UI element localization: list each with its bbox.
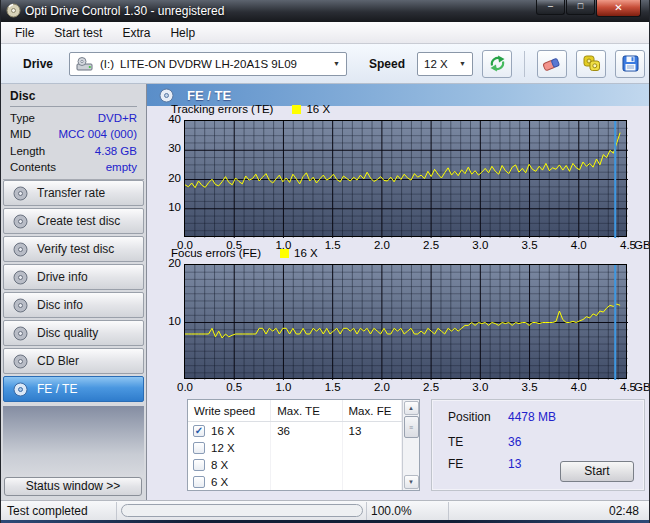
scroll-up-icon[interactable]: ▲	[404, 401, 419, 415]
elapsed-time: 02:48	[609, 504, 639, 518]
erase-disc-button[interactable]	[537, 50, 567, 78]
disc-icon	[13, 326, 28, 341]
result-label-fe: FE	[448, 457, 463, 471]
sidebar-item-label: CD Bler	[37, 354, 79, 368]
snapshot-button[interactable]	[576, 50, 606, 78]
x-axis-tick-label: 0.5	[226, 381, 242, 393]
sidebar-item-disc-quality[interactable]: Disc quality	[3, 320, 144, 346]
disc-icon	[13, 186, 28, 201]
sidebar-item-verify-test-disc[interactable]: Verify test disc	[3, 236, 144, 262]
menu-item-start-test[interactable]: Start test	[44, 24, 112, 42]
cell-write-speed: 8 X	[188, 456, 271, 473]
chart-title-label: Focus errors (FE)	[171, 247, 261, 259]
write-speed-table: Write speedMax. TEMax. FE✓16 X361312 X8 …	[187, 399, 420, 491]
cell-write-speed: 6 X	[188, 473, 271, 490]
scroll-down-icon[interactable]: ▼	[404, 475, 419, 489]
speed-checkbox[interactable]	[193, 459, 205, 471]
sidebar-item-label: Disc info	[37, 298, 83, 312]
sidebar-empty-area	[3, 406, 144, 475]
x-axis-tick-label: 3.5	[522, 239, 538, 251]
result-value-fe: 13	[508, 457, 521, 471]
disc-row-mid: MIDMCC 004 (000)	[10, 128, 137, 140]
disc-row-value: 4.38 GB	[95, 145, 137, 157]
refresh-button[interactable]	[482, 50, 512, 78]
x-axis-tick-label: 2.5	[423, 381, 439, 393]
speed-checkbox[interactable]: ✓	[193, 425, 205, 437]
drive-select[interactable]: (I:) LITE-ON DVDRW LH-20A1S 9L09 ▼	[69, 52, 347, 76]
x-axis-tick-label: 0.0	[177, 381, 193, 393]
toolbar: Drive (I:) LITE-ON DVDRW LH-20A1S 9L09 ▼…	[1, 44, 649, 84]
status-text: Test completed	[7, 504, 88, 518]
legend-speed-label: 16 X	[294, 247, 318, 259]
sidebar-item-disc-info[interactable]: Disc info	[3, 292, 144, 318]
menu-item-file[interactable]: File	[5, 24, 44, 42]
scrollbar-thumb[interactable]: ≡	[404, 416, 419, 438]
disc-row-value: DVD+R	[98, 112, 137, 124]
save-icon	[621, 54, 640, 73]
speed-label: Speed	[369, 57, 405, 71]
maximize-button-icon[interactable]: □	[566, 0, 595, 15]
x-axis-tick-label: 4.0	[571, 239, 587, 251]
status-window-button[interactable]: Status window >>	[4, 477, 142, 496]
x-axis-tick-label: 4.0	[571, 381, 587, 393]
col-header-max-te: Max. TE	[271, 400, 342, 421]
x-axis-tick-label: 2.5	[423, 239, 439, 251]
title-bar[interactable]: Opti Drive Control 1.30 - unregistered –…	[1, 0, 649, 22]
x-axis-tick-label: 1.5	[325, 381, 341, 393]
series-line	[185, 304, 620, 338]
sidebar-item-transfer-rate[interactable]: Transfer rate	[3, 180, 144, 206]
disc-row-label: Length	[10, 145, 45, 157]
cell-max-fe	[343, 439, 402, 456]
cell-max-te: 36	[271, 422, 342, 439]
x-axis-tick-label: 3.0	[472, 239, 488, 251]
menu-item-help[interactable]: Help	[160, 24, 205, 42]
minimize-button-icon[interactable]: –	[536, 0, 565, 15]
start-button[interactable]: Start	[560, 461, 634, 482]
col-header-max-fe: Max. FE	[343, 400, 402, 421]
x-axis-unit-label: GB	[634, 381, 650, 393]
window-controls: – □ ✕	[535, 0, 641, 17]
speed-value-label: 8 X	[211, 459, 228, 471]
table-row[interactable]: 8 X	[188, 456, 402, 473]
close-button-icon[interactable]: ✕	[596, 0, 641, 17]
disc-icon	[13, 298, 28, 313]
sidebar-item-drive-info[interactable]: Drive info	[3, 264, 144, 290]
disc-row-label: Type	[10, 112, 35, 124]
app-disc-icon	[6, 3, 21, 22]
cell-max-fe: 13	[343, 422, 402, 439]
y-axis-tick-label: 40	[150, 113, 181, 125]
y-axis-tick-label: 20	[150, 172, 181, 184]
table-row[interactable]: 6 X	[188, 473, 402, 490]
speed-checkbox[interactable]	[193, 442, 205, 454]
sidebar-item-fe-te[interactable]: FE / TE	[3, 376, 144, 402]
table-row[interactable]: 12 X	[188, 439, 402, 456]
cell-max-fe	[343, 456, 402, 473]
cell-max-te	[271, 456, 342, 473]
sidebar-item-label: FE / TE	[37, 382, 77, 396]
progress-percent: 100.0%	[371, 504, 412, 518]
y-axis-tick-label: 10	[150, 315, 181, 327]
menu-item-extra[interactable]: Extra	[112, 24, 160, 42]
sidebar-item-label: Verify test disc	[37, 242, 114, 256]
legend-speed-label: 16 X	[306, 103, 330, 115]
disc-row-length: Length4.38 GB	[10, 145, 137, 157]
sidebar-item-label: Create test disc	[37, 214, 120, 228]
chart-title-label: Tracking errors (TE)	[171, 103, 273, 115]
speed-select[interactable]: 12 X ▼	[417, 52, 473, 76]
x-axis-tick-label: 1.0	[275, 381, 291, 393]
disc-info-panel: Disc TypeDVD+RMIDMCC 004 (000)Length4.38…	[3, 86, 144, 180]
sidebar-item-cd-bler[interactable]: CD Bler	[3, 348, 144, 374]
table-row[interactable]: ✓16 X3613	[188, 422, 402, 439]
chevron-down-icon: ▼	[333, 60, 340, 67]
table-scrollbar[interactable]: ▲ ≡ ▼	[402, 400, 419, 490]
save-button[interactable]	[615, 50, 645, 78]
cell-max-te	[271, 439, 342, 456]
x-axis-tick-label: 3.5	[522, 381, 538, 393]
speed-checkbox[interactable]	[193, 476, 205, 488]
y-axis-tick-label: 30	[150, 142, 181, 154]
cell-max-te	[271, 473, 342, 490]
speed-value-label: 6 X	[211, 476, 228, 488]
drive-icon	[76, 56, 94, 72]
sidebar-item-create-test-disc[interactable]: Create test disc	[3, 208, 144, 234]
disc-row-contents: Contentsempty	[10, 161, 137, 173]
